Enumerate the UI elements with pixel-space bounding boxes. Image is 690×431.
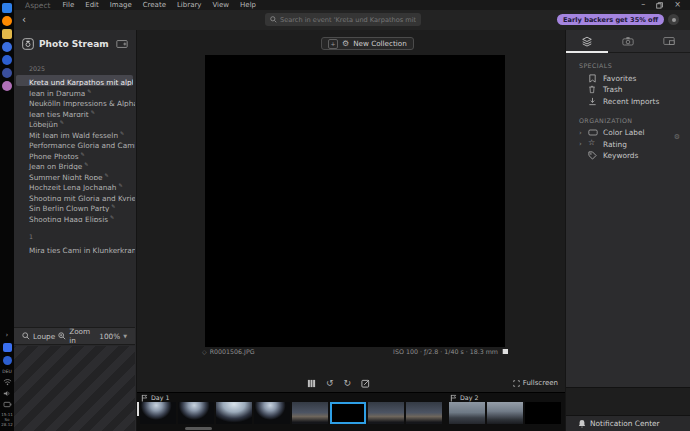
inspector-item-favorites[interactable]: Favorites bbox=[566, 73, 690, 83]
close-button[interactable]: × bbox=[674, 1, 681, 9]
zoom-value[interactable]: 100% bbox=[99, 332, 120, 341]
fullscreen-button[interactable]: Fullscreen bbox=[513, 379, 558, 387]
thumbnail[interactable] bbox=[292, 402, 328, 424]
edit-indicator-icon: ✎ bbox=[118, 182, 122, 188]
keyboard-layout-indicator[interactable]: DEU bbox=[2, 369, 12, 374]
menu-library[interactable]: Library bbox=[177, 1, 201, 9]
rotate-left-icon[interactable]: ↺ bbox=[326, 378, 334, 388]
thumbnail[interactable] bbox=[216, 402, 252, 424]
color-label-icon bbox=[588, 128, 598, 137]
sidebar-event-item[interactable]: Jean on Bridge✎ bbox=[14, 159, 135, 170]
thumbnail[interactable] bbox=[254, 402, 290, 424]
restore-button[interactable] bbox=[656, 2, 663, 9]
inspector-item-keywords[interactable]: Keywords bbox=[566, 151, 690, 161]
minimize-button[interactable]: – bbox=[641, 1, 645, 9]
search-bar[interactable] bbox=[265, 13, 421, 26]
photo-app-icon[interactable] bbox=[2, 81, 12, 91]
sidebar-event-item[interactable]: Summer Night Rope✎ bbox=[14, 170, 135, 181]
app-blue-3-icon[interactable] bbox=[2, 68, 12, 78]
tab-library[interactable] bbox=[566, 30, 607, 52]
tab-display[interactable] bbox=[649, 30, 690, 52]
sidebar-event-item[interactable]: Shooting Haag Elipsis✎ bbox=[14, 212, 135, 223]
thumbnail[interactable] bbox=[140, 402, 176, 424]
menu-edit[interactable]: Edit bbox=[85, 1, 99, 9]
sidebar-event-item[interactable]: Performance Gloria and Cami✎ bbox=[14, 138, 135, 149]
app-blue-1-icon[interactable] bbox=[2, 42, 12, 52]
thumbnail[interactable] bbox=[525, 402, 561, 424]
inspector-item-color-label[interactable]: › Color Label bbox=[566, 128, 690, 138]
help-icon[interactable] bbox=[668, 14, 679, 25]
back-button[interactable]: ‹ bbox=[22, 14, 26, 26]
file-badge-icon: ◇ bbox=[202, 348, 207, 355]
sidebar-event-item[interactable]: Hochzeit Lena Jochanah✎ bbox=[14, 180, 135, 191]
event-label: Mira ties Cami in Klunkerkranich bbox=[29, 246, 135, 253]
thumbnail[interactable] bbox=[406, 402, 442, 424]
sidebar-section-label: 1 bbox=[14, 230, 135, 243]
day-header[interactable]: Day 1 bbox=[140, 393, 442, 402]
event-label: Jean ties Margrit bbox=[29, 110, 89, 117]
info-panel-icon[interactable] bbox=[502, 349, 508, 354]
menu-view[interactable]: View bbox=[212, 1, 229, 9]
grid-view-icon[interactable] bbox=[307, 379, 316, 388]
tab-camera[interactable] bbox=[607, 30, 648, 52]
inspector-item-trash[interactable]: Trash bbox=[566, 85, 690, 95]
loupe-label[interactable]: Loupe bbox=[33, 332, 55, 341]
day-header[interactable]: Day 2 bbox=[449, 393, 561, 402]
thumbnail-selected[interactable] bbox=[330, 402, 366, 424]
menu-image[interactable]: Image bbox=[110, 1, 132, 9]
sidebar-event-item[interactable]: Neukölln Impressions & Alpha readi…✎ bbox=[14, 96, 135, 107]
notification-center-bar[interactable]: Notification Center bbox=[566, 415, 690, 431]
app-launcher-icon[interactable] bbox=[2, 3, 12, 13]
edit-photo-icon[interactable] bbox=[361, 379, 370, 388]
favorites-icon bbox=[588, 74, 597, 83]
rotate-right-icon[interactable]: ↻ bbox=[344, 378, 352, 388]
menu-file[interactable]: File bbox=[62, 1, 74, 9]
firefox-icon[interactable] bbox=[2, 16, 12, 26]
thumbnail[interactable] bbox=[449, 402, 485, 424]
thumbnail[interactable] bbox=[368, 402, 404, 424]
thumbnail[interactable] bbox=[178, 402, 214, 424]
volume-icon[interactable] bbox=[3, 390, 11, 397]
photo-stream-icon bbox=[22, 38, 34, 50]
chevron-right-icon[interactable]: › bbox=[579, 139, 582, 149]
dock-expand-icon[interactable]: › bbox=[6, 331, 9, 339]
photo-meta-row: ◇ R0001506.JPG ISO 100 · ƒ/2.8 · 1/40 s … bbox=[202, 348, 508, 355]
promo-badge[interactable]: Early backers get 35% off bbox=[557, 14, 664, 25]
inspector-bottom-gap bbox=[566, 387, 690, 417]
sidebar-event-item[interactable]: Sin Berlin Clown Party✎ bbox=[14, 201, 135, 212]
inspector-item-rating[interactable]: › ☆ Rating bbox=[566, 139, 690, 149]
sidebar-event-item[interactable]: Mira ties Cami in Klunkerkranich✎ bbox=[14, 243, 135, 254]
section-label-specials: SPECIALS bbox=[566, 53, 690, 73]
sidebar-event-item[interactable]: Kreta und Karpathos mit alpha✎ bbox=[16, 75, 133, 86]
photo-preview[interactable] bbox=[205, 55, 505, 347]
event-label: Mit Jean im Wald fesseln bbox=[29, 131, 118, 138]
app-blue-2-icon[interactable] bbox=[2, 55, 12, 65]
sidebar-event-item[interactable]: Phone Photos✎ bbox=[14, 149, 135, 160]
filmstrip-scroll-indicator[interactable] bbox=[137, 402, 139, 416]
chevron-right-icon[interactable]: › bbox=[579, 128, 582, 138]
tray-app-icon-2[interactable] bbox=[3, 356, 12, 365]
sidebar-event-item[interactable]: Shooting mit Gloria and Kyrie✎ bbox=[14, 191, 135, 202]
sidebar-event-item[interactable]: Mit Jean im Wald fesseln✎ bbox=[14, 128, 135, 139]
tray-app-icon-1[interactable] bbox=[3, 343, 12, 352]
zoom-control[interactable]: Zoom in 100% ▼ bbox=[58, 327, 127, 345]
filmstrip-scrollbar[interactable] bbox=[185, 427, 212, 430]
sidebar-event-item[interactable]: Jean in Daruma✎ bbox=[14, 86, 135, 97]
chevron-down-icon: ▼ bbox=[123, 333, 127, 339]
search-input[interactable] bbox=[280, 16, 416, 24]
wifi-icon[interactable] bbox=[3, 378, 12, 386]
menu-create[interactable]: Create bbox=[143, 1, 166, 9]
clock[interactable]: 15:11 So 28.12 bbox=[1, 412, 13, 427]
inspector-item-recent-imports[interactable]: Recent Imports bbox=[566, 96, 690, 106]
battery-icon[interactable] bbox=[3, 401, 12, 408]
thumbnail[interactable] bbox=[487, 402, 523, 424]
panel-toggle-icon[interactable] bbox=[116, 39, 128, 49]
menu-help[interactable]: Help bbox=[240, 1, 256, 9]
sidebar-event-item[interactable]: Löbejün✎ bbox=[14, 117, 135, 128]
bell-icon bbox=[578, 419, 586, 428]
file-manager-icon[interactable] bbox=[2, 29, 12, 39]
filmstrip: Day 1Day 2 bbox=[137, 392, 565, 431]
sidebar-event-item[interactable]: Jean ties Margrit✎ bbox=[14, 107, 135, 118]
sidebar-title: Photo Stream bbox=[39, 39, 116, 49]
new-collection-button[interactable]: + ⚙ New Collection bbox=[321, 37, 414, 50]
